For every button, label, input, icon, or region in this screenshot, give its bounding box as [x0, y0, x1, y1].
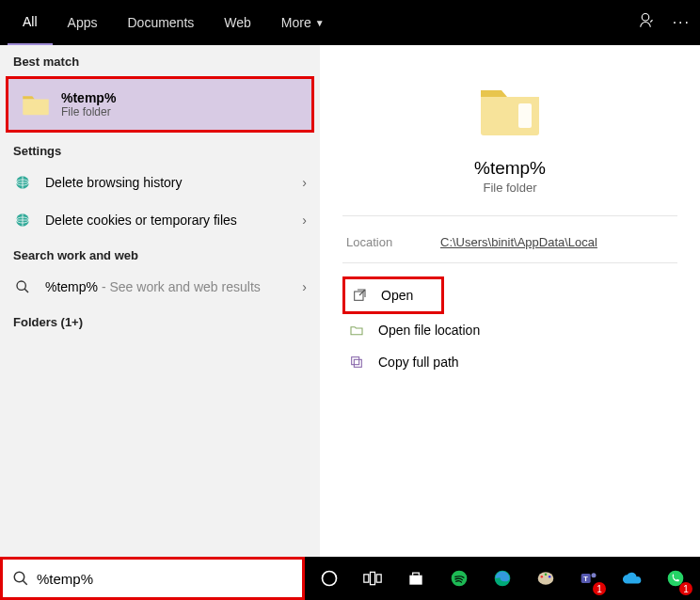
action-label: Copy full path — [378, 355, 459, 370]
location-label: Location — [346, 235, 440, 249]
search-icon — [13, 277, 32, 296]
taskbar: T 1 1 — [305, 557, 700, 600]
folder-icon — [22, 90, 50, 118]
preview-panel: %temp% File folder Location C:\Users\bin… — [320, 45, 700, 557]
settings-item-label: Delete cookies or temporary files — [45, 213, 302, 228]
section-search-work-web: Search work and web — [0, 239, 320, 268]
svg-rect-8 — [352, 357, 359, 365]
search-web-query: %temp% — [45, 279, 98, 294]
tab-more[interactable]: More ▼ — [266, 0, 340, 45]
action-label: Open — [381, 288, 413, 303]
action-open[interactable]: Open — [342, 276, 444, 314]
section-folders: Folders (1+) — [0, 306, 320, 335]
best-match-subtitle: File folder — [61, 105, 116, 118]
taskbar-spotify[interactable] — [438, 558, 480, 599]
action-label: Open file location — [378, 323, 480, 338]
badge-count: 1 — [593, 582, 606, 595]
action-open-location[interactable]: Open file location — [342, 314, 677, 346]
globe-icon — [13, 173, 32, 192]
taskbar-paint[interactable] — [525, 558, 566, 599]
action-copy-path[interactable]: Copy full path — [342, 346, 677, 378]
best-match-title: %temp% — [61, 90, 116, 105]
taskbar-teams[interactable]: T 1 — [568, 558, 610, 599]
search-web-label: %temp% - See work and web results — [45, 279, 302, 294]
results-panel: Best match %temp% File folder Settings D… — [0, 45, 320, 557]
svg-rect-13 — [376, 575, 381, 582]
svg-point-17 — [541, 576, 544, 578]
chevron-right-icon: › — [302, 213, 307, 228]
search-icon — [12, 570, 29, 587]
taskbar-edge[interactable] — [482, 558, 523, 599]
search-filter-tabs: All Apps Documents Web More ▼ ··· — [0, 0, 700, 45]
svg-text:T: T — [583, 575, 588, 583]
tab-more-label: More — [281, 15, 311, 30]
preview-location-row: Location C:\Users\binit\AppData\Local — [342, 215, 677, 263]
taskbar-taskview[interactable] — [352, 558, 393, 599]
tab-apps[interactable]: Apps — [53, 0, 113, 45]
options-icon[interactable]: ··· — [673, 14, 691, 31]
chevron-right-icon: › — [302, 279, 307, 294]
bottom-bar: T 1 1 — [0, 557, 700, 600]
search-input[interactable] — [37, 571, 293, 587]
preview-title: %temp% — [342, 158, 677, 179]
preview-actions: Open Open file location Copy full path — [342, 276, 677, 378]
settings-item-delete-cookies[interactable]: Delete cookies or temporary files › — [0, 201, 320, 239]
tab-all[interactable]: All — [8, 0, 53, 45]
badge-count: 1 — [679, 582, 692, 595]
taskbar-cortana[interactable] — [309, 558, 350, 599]
copy-icon — [348, 354, 365, 371]
chevron-down-icon: ▼ — [315, 18, 325, 28]
search-web-item[interactable]: %temp% - See work and web results › — [0, 268, 320, 306]
search-box[interactable] — [0, 557, 305, 600]
svg-point-19 — [549, 576, 551, 578]
taskbar-onedrive[interactable] — [612, 558, 653, 599]
search-web-suffix: - See work and web results — [98, 279, 261, 294]
svg-point-22 — [592, 573, 597, 577]
svg-point-4 — [17, 281, 25, 290]
folder-open-icon — [348, 322, 365, 339]
svg-point-10 — [323, 572, 337, 586]
svg-point-18 — [545, 574, 548, 576]
section-best-match: Best match — [0, 45, 320, 74]
preview-subtitle: File folder — [342, 181, 677, 195]
open-icon — [351, 287, 368, 304]
settings-item-delete-history[interactable]: Delete browsing history › — [0, 164, 320, 201]
svg-rect-5 — [518, 103, 532, 128]
globe-icon — [13, 211, 32, 229]
folder-large-icon — [477, 83, 543, 139]
settings-item-label: Delete browsing history — [45, 175, 302, 190]
tab-documents[interactable]: Documents — [112, 0, 209, 45]
chevron-right-icon: › — [302, 175, 307, 190]
tab-web[interactable]: Web — [209, 0, 266, 45]
svg-rect-11 — [364, 575, 369, 582]
svg-rect-7 — [354, 359, 361, 367]
taskbar-whatsapp[interactable]: 1 — [655, 558, 696, 599]
location-value[interactable]: C:\Users\binit\AppData\Local — [440, 235, 597, 249]
taskbar-store[interactable] — [395, 558, 437, 599]
svg-point-9 — [14, 572, 24, 582]
feedback-icon[interactable] — [637, 12, 654, 33]
section-settings: Settings — [0, 134, 320, 164]
svg-rect-12 — [371, 572, 375, 584]
best-match-result[interactable]: %temp% File folder — [6, 76, 314, 133]
